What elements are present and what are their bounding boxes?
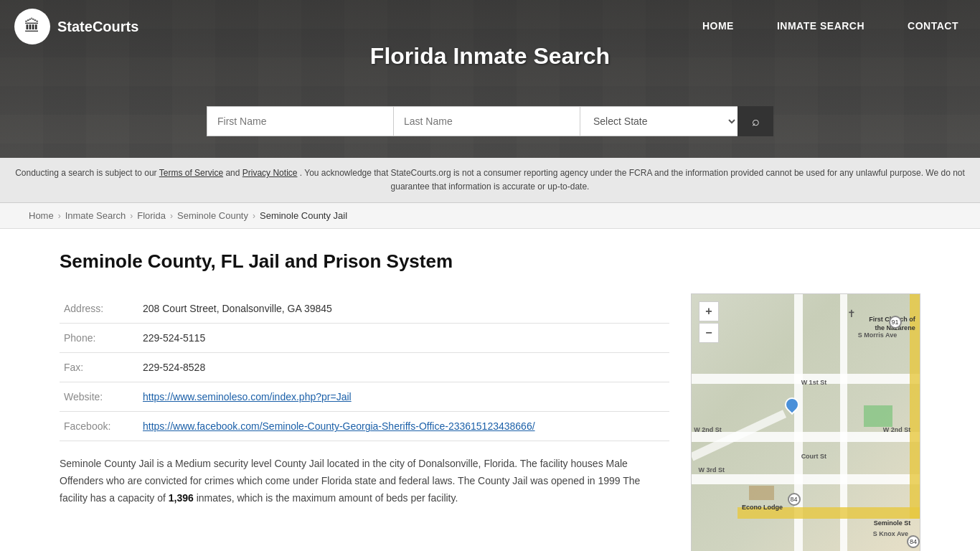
w1st-label: W 1st St [801,379,827,386]
map-street-horizontal-3 [692,474,920,484]
capacity-highlight: 1,396 [169,492,194,504]
address-label: Address: [60,294,138,324]
page-heading: Seminole County, FL Jail and Prison Syst… [60,250,669,273]
privacy-link[interactable]: Privacy Notice [242,168,298,178]
columns-icon: 🏛 [24,17,40,36]
breadcrumb-sep-4: › [253,211,255,221]
breadcrumb-sep-2: › [130,211,133,221]
breadcrumb-sep-1: › [58,211,61,221]
map-pin-circle [782,394,802,414]
search-button[interactable]: ⌕ [738,106,773,136]
phone-label: Phone: [60,324,138,353]
breadcrumb-county[interactable]: Seminole County [177,210,248,221]
map-brown-block [749,486,774,500]
econo-lodge-label: Econo Lodge [742,504,783,511]
map-green-block [864,405,892,427]
seminole-st-label: Seminole St [874,519,911,527]
disclaimer-bar: Conducting a search is subject to our Te… [0,158,980,203]
website-value: https://www.seminoleso.com/index.php?pr=… [138,382,669,412]
route-91-badge: 91 [889,316,902,329]
main-content: Seminole County, FL Jail and Prison Syst… [31,229,949,551]
facebook-link[interactable]: https://www.facebook.com/Seminole-County… [143,420,535,432]
breadcrumb-current: Seminole County Jail [260,210,347,221]
disclaimer-and: and [225,168,242,178]
content-left: Seminole County, FL Jail and Prison Syst… [60,243,669,551]
church-cross-icon: ✝ [847,308,856,319]
website-label: Website: [60,382,138,412]
s-morris-label: S Morris Ave [858,331,897,339]
breadcrumb-home[interactable]: Home [29,210,54,221]
breadcrumb-state[interactable]: Florida [137,210,166,221]
facebook-label: Facebook: [60,412,138,441]
court-st-label: Court St [801,453,827,460]
map-placeholder: ✝ First Church ofthe Nazarene Econo Lodg… [692,294,920,551]
phone-row: Phone: 229-524-5115 [60,324,669,353]
nav-inmate-search[interactable]: INMATE SEARCH [755,0,886,52]
logo-area[interactable]: 🏛 StateCourts [14,9,138,44]
state-select[interactable]: Select State [580,106,738,136]
fax-value: 229-524-8528 [138,353,669,382]
search-bar: Select State ⌕ [207,106,773,136]
map-pin [785,397,799,416]
breadcrumb-sep-3: › [170,211,173,221]
first-name-input[interactable] [207,106,393,136]
map-container: ✝ First Church ofthe Nazarene Econo Lodg… [691,293,920,551]
facility-description: Seminole County Jail is a Medium securit… [60,456,669,507]
breadcrumb: Home › Inmate Search › Florida › Seminol… [0,203,980,229]
fax-label: Fax: [60,353,138,382]
breadcrumb-inmate-search[interactable]: Inmate Search [65,210,126,221]
last-name-input[interactable] [393,106,580,136]
facebook-row: Facebook: https://www.facebook.com/Semin… [60,412,669,441]
w3rd-label: W 3rd St [699,466,725,474]
w2nd-label: W 2nd St [694,426,722,433]
logo-icon: 🏛 [14,9,50,44]
w2nd-right-label: W 2nd St [883,426,911,433]
address-value: 208 Court Street, Donalsonville, GA 3984… [138,294,669,324]
logo-text[interactable]: StateCourts [57,19,138,35]
website-row: Website: https://www.seminoleso.com/inde… [60,382,669,412]
nav-home[interactable]: HOME [681,0,755,52]
disclaimer-text-before: Conducting a search is subject to our [15,168,159,178]
nav-contact[interactable]: CONTACT [886,0,980,52]
map-controls: + − [699,301,719,343]
address-row: Address: 208 Court Street, Donalsonville… [60,294,669,324]
terms-link[interactable]: Terms of Service [159,168,223,178]
zoom-in-button[interactable]: + [699,301,719,321]
hero-section: 🏛 StateCourts HOME INMATE SEARCH CONTACT… [0,0,980,158]
top-nav: HOME INMATE SEARCH CONTACT [681,0,980,52]
zoom-out-button[interactable]: − [699,323,719,343]
info-table: Address: 208 Court Street, Donalsonville… [60,294,669,441]
search-icon: ⌕ [752,114,760,129]
s-knox-label: S Knox Ave [873,530,908,537]
facebook-value: https://www.facebook.com/Seminole-County… [138,412,669,441]
website-link[interactable]: https://www.seminoleso.com/index.php?pr=… [143,391,352,402]
route-84-badge-2: 84 [907,535,920,548]
route-84-badge-1: 84 [788,493,801,506]
fax-row: Fax: 229-524-8528 [60,353,669,382]
disclaimer-text-after: . You acknowledge that StateCourts.org i… [300,168,965,192]
phone-value: 229-524-5115 [138,324,669,353]
